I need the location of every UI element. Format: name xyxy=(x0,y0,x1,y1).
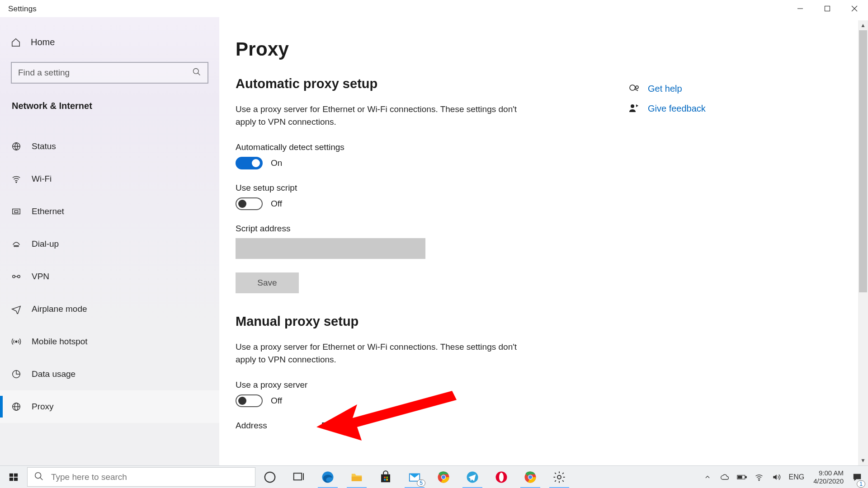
svg-rect-32 xyxy=(294,473,302,480)
window-controls xyxy=(787,0,868,17)
tray-language[interactable]: ENG xyxy=(787,466,807,488)
save-button[interactable]: Save xyxy=(236,272,299,293)
sidebar-item-airplane[interactable]: Airplane mode xyxy=(0,293,219,325)
sidebar-item-datausage[interactable]: Data usage xyxy=(0,358,219,390)
tray-wifi[interactable] xyxy=(753,466,765,488)
give-feedback-text[interactable]: Give feedback xyxy=(648,103,706,114)
give-feedback-link[interactable]: Give feedback xyxy=(628,103,724,114)
opera-icon xyxy=(495,470,508,484)
chrome-button[interactable] xyxy=(429,466,458,488)
vertical-scrollbar[interactable]: ▲ ▼ xyxy=(858,20,868,465)
use-proxy-label: Use a proxy server xyxy=(236,380,534,390)
cortana-icon xyxy=(263,470,277,484)
tray-battery[interactable] xyxy=(736,466,748,488)
sidebar-item-hotspot[interactable]: Mobile hotspot xyxy=(0,325,219,358)
explorer-button[interactable] xyxy=(342,466,371,488)
sidebar-section-label: Network & Internet xyxy=(0,96,219,118)
search-input[interactable] xyxy=(18,68,192,78)
tray-notifications[interactable]: 1 xyxy=(851,466,863,488)
battery-icon xyxy=(737,474,747,480)
sidebar-item-label: VPN xyxy=(32,272,49,282)
mail-button[interactable]: 5 xyxy=(400,466,429,488)
edge-button[interactable] xyxy=(313,466,342,488)
svg-rect-1 xyxy=(825,6,830,11)
feedback-icon xyxy=(628,103,640,114)
cortana-button[interactable] xyxy=(255,466,284,488)
tray-time: 9:00 AM xyxy=(813,469,844,477)
sidebar-item-ethernet[interactable]: Ethernet xyxy=(0,195,219,228)
taskbar: 5 ENG 9:00 AM 4/20/2020 1 xyxy=(0,465,868,488)
svg-rect-27 xyxy=(9,477,13,480)
use-script-toggle[interactable] xyxy=(236,197,263,210)
search-icon xyxy=(34,471,44,483)
automatic-proxy-heading: Automatic proxy setup xyxy=(236,76,534,91)
svg-point-47 xyxy=(499,473,504,482)
system-tray: ENG 9:00 AM 4/20/2020 1 xyxy=(701,466,868,488)
svg-point-10 xyxy=(14,245,15,247)
manual-proxy-desc: Use a proxy server for Ethernet or Wi-Fi… xyxy=(236,341,525,366)
close-button[interactable] xyxy=(841,0,868,17)
edge-icon xyxy=(321,470,335,484)
svg-point-12 xyxy=(17,245,19,247)
use-proxy-toggle[interactable] xyxy=(236,394,263,407)
automatic-proxy-desc: Use a proxy server for Ethernet or Wi-Fi… xyxy=(236,103,525,128)
sidebar-item-label: Data usage xyxy=(32,369,75,379)
window-title: Settings xyxy=(0,0,37,14)
svg-rect-53 xyxy=(745,476,746,478)
get-help-link[interactable]: Get help xyxy=(628,83,724,94)
sidebar-search[interactable] xyxy=(11,62,208,84)
svg-rect-9 xyxy=(14,211,18,213)
svg-point-11 xyxy=(16,245,17,247)
svg-point-22 xyxy=(636,86,638,89)
scroll-up-icon[interactable]: ▲ xyxy=(858,20,868,30)
start-button[interactable] xyxy=(0,466,27,488)
telegram-icon xyxy=(466,470,479,484)
svg-rect-40 xyxy=(386,479,388,480)
sidebar-item-label: Ethernet xyxy=(32,206,64,216)
sidebar-item-dialup[interactable]: Dial-up xyxy=(0,228,219,260)
scroll-thumb[interactable] xyxy=(859,30,867,292)
sidebar-home[interactable]: Home xyxy=(0,31,219,54)
tray-clock[interactable]: 9:00 AM 4/20/2020 xyxy=(811,469,846,485)
maximize-button[interactable] xyxy=(814,0,841,17)
sidebar: Home Network & Internet Status Wi-Fi Eth… xyxy=(0,17,219,465)
tray-overflow[interactable] xyxy=(701,466,714,488)
tray-onedrive[interactable] xyxy=(718,466,731,488)
svg-rect-54 xyxy=(738,476,741,478)
settings-taskbar-button[interactable] xyxy=(545,466,574,488)
notifications-badge: 1 xyxy=(857,480,865,488)
close-icon xyxy=(851,5,858,12)
use-proxy-toggle-state: Off xyxy=(271,396,282,406)
status-icon xyxy=(11,141,22,152)
tray-language-text: ENG xyxy=(789,473,805,481)
telegram-button[interactable] xyxy=(458,466,487,488)
tray-date: 4/20/2020 xyxy=(813,477,844,485)
taskbar-search-input[interactable] xyxy=(51,472,249,482)
svg-point-29 xyxy=(35,472,41,478)
sidebar-nav-list: Status Wi-Fi Ethernet Dial-up VPN Airpla… xyxy=(0,130,219,423)
svg-rect-37 xyxy=(384,476,386,478)
sidebar-item-vpn[interactable]: VPN xyxy=(0,260,219,293)
svg-point-16 xyxy=(15,341,17,343)
sidebar-item-status[interactable]: Status xyxy=(0,130,219,163)
store-button[interactable] xyxy=(371,466,400,488)
windows-icon xyxy=(9,472,19,482)
auto-detect-toggle[interactable] xyxy=(236,157,263,169)
svg-point-21 xyxy=(630,85,635,90)
scroll-down-icon[interactable]: ▼ xyxy=(858,455,868,465)
opera-button[interactable] xyxy=(487,466,516,488)
use-script-label: Use setup script xyxy=(236,183,534,193)
port-label: Port xyxy=(321,421,337,431)
svg-point-50 xyxy=(528,475,532,479)
chrome2-button[interactable] xyxy=(516,466,545,488)
taskbar-search[interactable] xyxy=(27,467,255,487)
minimize-button[interactable] xyxy=(787,0,814,17)
airplane-icon xyxy=(11,304,22,314)
svg-point-51 xyxy=(557,475,561,479)
script-address-input[interactable] xyxy=(236,238,425,259)
sidebar-item-wifi[interactable]: Wi-Fi xyxy=(0,163,219,195)
tray-volume[interactable] xyxy=(770,466,783,488)
get-help-text[interactable]: Get help xyxy=(648,84,682,94)
taskview-button[interactable] xyxy=(284,466,313,488)
sidebar-item-proxy[interactable]: Proxy xyxy=(0,390,219,423)
